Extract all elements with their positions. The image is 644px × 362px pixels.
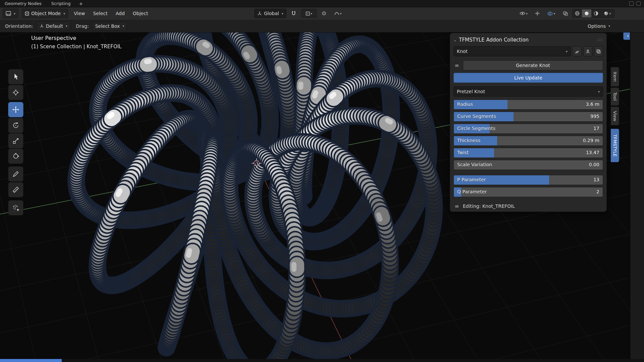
overlays-icon: [547, 11, 553, 16]
panel-grip-icon[interactable]: ∷∷: [597, 38, 603, 42]
snap-magnet-toggle[interactable]: [289, 9, 298, 17]
shading-solid-button[interactable]: [582, 9, 591, 17]
rendered-sphere-icon: [604, 11, 608, 16]
menu-add[interactable]: Add: [113, 11, 127, 16]
tool-move[interactable]: [8, 102, 23, 117]
options-label: Options: [588, 23, 606, 29]
scene-icon[interactable]: [629, 1, 634, 6]
menu-select[interactable]: Select: [91, 11, 110, 16]
shading-wireframe-button[interactable]: [573, 9, 582, 17]
overlays-dropdown[interactable]: [544, 9, 559, 17]
add-workspace-button[interactable]: +: [75, 1, 86, 6]
slider-label: Circle Segments: [457, 124, 495, 133]
drag-value-dropdown[interactable]: Select Box: [92, 21, 127, 31]
slider-curve-segments[interactable]: Curve Segments995: [453, 112, 603, 122]
gizmo-toggle[interactable]: [533, 9, 542, 17]
view-perspective-label: User Perspective: [31, 35, 121, 41]
slider-label: Q Parameter: [457, 187, 487, 196]
tool-scale[interactable]: [8, 133, 23, 148]
orientation-global-label: Global: [264, 11, 279, 16]
visibility-dropdown[interactable]: [517, 9, 531, 17]
slider-label: Twist: [457, 148, 469, 157]
proportional-editing-toggle[interactable]: ⊙: [320, 9, 328, 17]
tool-cursor[interactable]: [8, 85, 23, 100]
slider-value: 3.6 m: [586, 100, 599, 109]
viewport-editor-icon: [6, 11, 11, 16]
tool-select[interactable]: [8, 69, 23, 84]
shading-material-button[interactable]: [591, 9, 601, 17]
wrench-screwdriver-icon: [575, 49, 579, 54]
proportional-editing-icon: ⊙: [322, 11, 326, 16]
proportional-falloff-dropdown[interactable]: [331, 9, 345, 17]
transform-orientation-dropdown[interactable]: Global: [254, 9, 286, 18]
slider-scale-variation[interactable]: Scale Variation0.00: [453, 160, 603, 170]
slider-p-parameter[interactable]: P Parameter13: [453, 175, 603, 185]
slider-value: 2: [596, 187, 599, 196]
blender-window: Geometry Nodes Scripting + Object Mode: [0, 0, 644, 362]
workspace-tab-scripting[interactable]: Scripting: [47, 0, 76, 7]
tfmstyle-panel: ⌄ TFMSTYLE Addon Collection ∷∷ Knot ▾: [450, 33, 607, 212]
editor-type-dropdown[interactable]: [3, 9, 18, 18]
falloff-curve-icon: [334, 11, 339, 15]
orientation-value-dropdown[interactable]: Default: [37, 21, 70, 31]
slider-circle-segments[interactable]: Circle Segments17: [453, 124, 603, 134]
topbar: Geometry Nodes Scripting +: [0, 0, 644, 7]
mode-dropdown[interactable]: Object Mode: [22, 9, 68, 18]
duplicate-icon: [596, 49, 601, 54]
slider-value: 13.47: [586, 148, 599, 157]
sidebar-tab-tfmstyle[interactable]: TFMSTYLE: [611, 129, 619, 162]
viewport-3d: User Perspective (1) Scene Collection | …: [0, 32, 630, 359]
slider-label: Curve Segments: [457, 112, 496, 121]
orientation-label: Orientation:: [5, 23, 33, 29]
shading-rendered-button[interactable]: [601, 9, 614, 17]
solid-sphere-icon: [584, 11, 589, 16]
options-dropdown[interactable]: Options: [585, 21, 613, 31]
generate-knot-button[interactable]: Generate Knot: [463, 60, 603, 70]
tool-transform[interactable]: [8, 148, 23, 164]
snap-target-dropdown[interactable]: [301, 9, 317, 18]
chevron-down-icon: ▾: [598, 90, 600, 94]
sidebar-tab-tool[interactable]: Tool: [611, 87, 619, 106]
preset-tools-button[interactable]: [573, 46, 582, 56]
scale-icon: [12, 137, 19, 144]
slider-radius[interactable]: Radius3.6 m: [453, 100, 603, 110]
region-collapse-button[interactable]: ‹: [623, 32, 630, 40]
tool-add-cube[interactable]: [8, 200, 23, 216]
knot-type-value: Pretzel Knot: [457, 89, 485, 94]
panel-title: TFMSTYLE Addon Collection: [459, 37, 529, 43]
slider-label: Radius: [457, 100, 473, 109]
menu-object[interactable]: Object: [130, 11, 151, 16]
measure-ruler-icon: [12, 186, 19, 193]
live-update-button[interactable]: Live Update: [453, 73, 603, 83]
sidebar-tab-item[interactable]: Item: [611, 67, 619, 86]
material-sphere-icon: [594, 11, 598, 16]
drag-label: Drag:: [76, 23, 89, 29]
knot-editing-icon: [453, 203, 460, 209]
slider-q-parameter[interactable]: Q Parameter2: [453, 187, 603, 197]
select-cursor-icon: [12, 73, 19, 80]
slider-label: Thickness: [457, 136, 480, 145]
preset-paste-button[interactable]: [594, 46, 603, 56]
knot-preset-dropdown[interactable]: Knot ▾: [453, 46, 571, 56]
tool-measure[interactable]: [8, 182, 23, 197]
xray-icon: [563, 11, 568, 16]
slider-value: 13: [593, 175, 599, 184]
xray-toggle[interactable]: [561, 9, 570, 17]
active-object-label: (1) Scene Collection | Knot_TREFOIL: [31, 44, 121, 50]
sidebar-tab-view[interactable]: View: [611, 107, 619, 125]
drag-value: Select Box: [95, 23, 120, 29]
slider-thickness[interactable]: Thickness0.29 m: [453, 136, 603, 146]
view-layer-icon[interactable]: [636, 1, 641, 6]
menu-view[interactable]: View: [71, 11, 87, 16]
knot-type-dropdown[interactable]: Pretzel Knot ▾: [453, 86, 603, 97]
panel-header[interactable]: ⌄ TFMSTYLE Addon Collection ∷∷: [453, 36, 603, 44]
tool-annotate[interactable]: [8, 166, 23, 182]
slider-value: 0.00: [589, 160, 599, 169]
outliner-edge-strip: S: [630, 7, 644, 359]
gizmo-icon: [535, 11, 540, 16]
slider-twist[interactable]: Twist13.47: [453, 148, 603, 158]
preset-user-button[interactable]: [583, 46, 592, 56]
workspace-tab-geometry-nodes[interactable]: Geometry Nodes: [0, 0, 47, 7]
tool-rotate[interactable]: [8, 118, 23, 133]
knot-preset-value: Knot: [457, 49, 468, 54]
